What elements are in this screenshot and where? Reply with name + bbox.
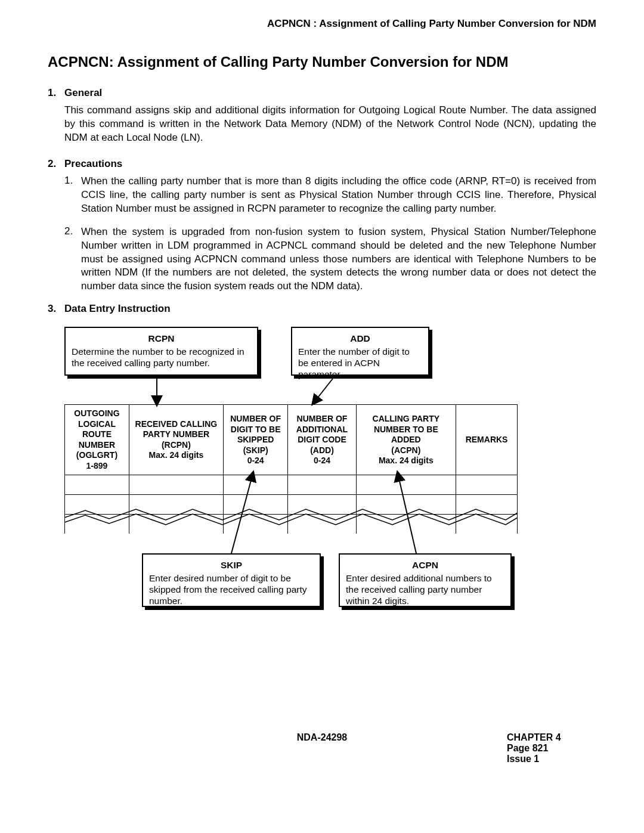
footer-issue: Issue 1 xyxy=(507,754,596,764)
precaution1-num: 1. xyxy=(64,175,81,216)
section1-text: This command assigns skip and additional… xyxy=(64,104,596,145)
precaution2-text: When the system is upgraded from non-fus… xyxy=(81,225,596,294)
footer-docnum: NDA-24298 xyxy=(137,732,507,764)
th-add: NUMBER OFADDITIONALDIGIT CODE(ADD)0-24 xyxy=(288,405,356,475)
callout-rcpn-title: RCPN xyxy=(72,333,251,344)
callout-skip-text: Enter desired number of digit to be skip… xyxy=(149,572,314,607)
running-title: ACPNCN : Assignment of Calling Party Num… xyxy=(48,18,596,30)
data-entry-diagram: RCPN Determine the number to be recogniz… xyxy=(64,327,583,661)
th-remarks: REMARKS xyxy=(456,405,518,475)
callout-skip-title: SKIP xyxy=(149,559,314,571)
section1-num: 1. xyxy=(48,87,64,99)
page-footer: NDA-24298 CHAPTER 4 Page 821 Issue 1 xyxy=(48,732,596,764)
th-oglgrt: OUTGOINGLOGICALROUTENUMBER(OGLGRT)1-899 xyxy=(65,405,129,475)
callout-acpn-text: Enter desired additional numbers to the … xyxy=(346,572,504,607)
callout-add-text: Enter the number of digit to be entered … xyxy=(298,346,422,380)
th-acpn: CALLING PARTYNUMBER TO BE ADDED(ACPN)Max… xyxy=(356,405,456,475)
callout-skip: SKIP Enter desired number of digit to be… xyxy=(142,553,321,607)
footer-chapter: CHAPTER 4 xyxy=(507,732,596,743)
callout-acpn: ACPN Enter desired additional numbers to… xyxy=(339,553,512,607)
callout-add-title: ADD xyxy=(298,333,422,344)
page-title: ACPNCN: Assignment of Calling Party Numb… xyxy=(48,54,596,70)
section3-num: 3. xyxy=(48,303,64,315)
callout-acpn-title: ACPN xyxy=(346,559,504,571)
callout-rcpn: RCPN Determine the number to be recogniz… xyxy=(64,327,258,376)
callout-add: ADD Enter the number of digit to be ente… xyxy=(291,327,429,376)
section3-label: Data Entry Instruction xyxy=(64,303,171,315)
precaution2-num: 2. xyxy=(64,225,81,294)
footer-page: Page 821 xyxy=(507,743,596,754)
param-table: OUTGOINGLOGICALROUTENUMBER(OGLGRT)1-899 … xyxy=(64,404,518,534)
precaution1-text: When the calling party number that is mo… xyxy=(81,175,596,216)
callout-rcpn-text: Determine the number to be recognized in… xyxy=(72,346,251,369)
svg-line-1 xyxy=(315,379,333,401)
section2-label: Precautions xyxy=(64,158,122,170)
section2-num: 2. xyxy=(48,158,64,170)
th-rcpn: RECEIVED CALLINGPARTY NUMBER(RCPN)Max. 2… xyxy=(129,405,223,475)
th-skip: NUMBER OFDIGIT TO BESKIPPED(SKIP)0-24 xyxy=(223,405,288,475)
section1-label: General xyxy=(64,87,102,99)
